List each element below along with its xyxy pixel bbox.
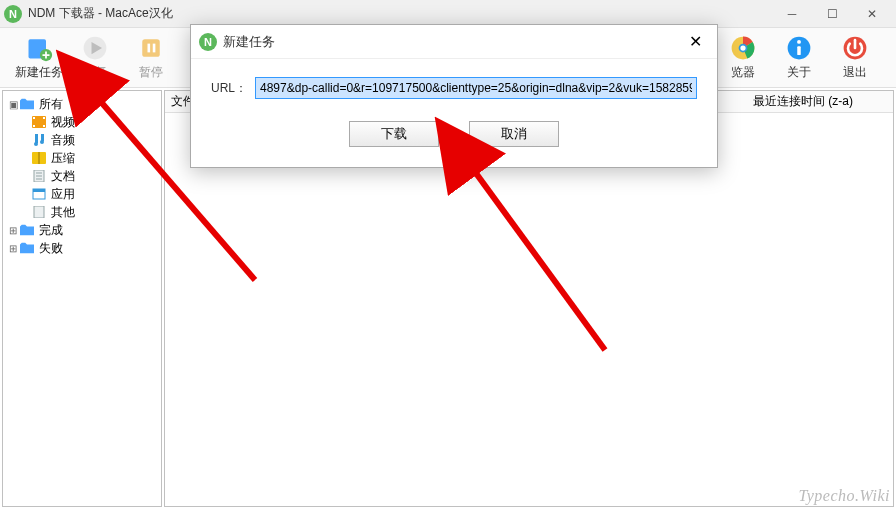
resume-button[interactable]: 恢复 [68,31,122,85]
resume-label: 恢复 [83,64,107,81]
svg-rect-24 [38,152,40,164]
svg-rect-31 [34,206,44,218]
svg-rect-16 [33,125,35,127]
dialog-title-text: 新建任务 [223,33,275,51]
tree-label: 失败 [39,240,63,257]
archive-icon [31,151,47,165]
browser-icon [729,34,757,62]
url-label: URL： [211,80,247,97]
svg-rect-21 [41,134,44,141]
tree-label: 音频 [51,132,75,149]
folder-icon [19,97,35,111]
power-icon [841,34,869,62]
tree-label: 应用 [51,186,75,203]
expander-icon[interactable]: ⊞ [9,225,19,236]
tree-item-app[interactable]: 应用 [27,185,159,203]
url-input[interactable] [255,77,697,99]
pause-button[interactable]: 暂停 [124,31,178,85]
window-title: NDM 下载器 - MacAce汉化 [28,5,173,22]
svg-rect-30 [33,189,45,192]
tree-label: 所有 [39,96,63,113]
browser-label: 览器 [731,64,755,81]
svg-rect-6 [153,44,156,53]
dialog-titlebar: N 新建任务 ✕ [191,25,717,59]
window-close-button[interactable]: ✕ [852,0,892,28]
svg-rect-11 [797,46,801,55]
tree-label: 压缩 [51,150,75,167]
tree-item-done[interactable]: ⊞ 完成 [5,221,159,239]
pause-label: 暂停 [139,64,163,81]
tree-item-other[interactable]: 其他 [27,203,159,221]
window-maximize-button[interactable]: ☐ [812,0,852,28]
app-logo-icon: N [199,33,217,51]
new-task-dialog: N 新建任务 ✕ URL： 下载 取消 [190,24,718,168]
dialog-close-button[interactable]: ✕ [681,28,709,56]
app-logo-icon: N [4,5,22,23]
col-time[interactable]: 最近连接时间 (z-a) [753,93,893,110]
play-icon [81,34,109,62]
svg-point-20 [34,142,38,146]
svg-rect-17 [43,117,45,119]
tree-label: 文档 [51,168,75,185]
video-icon [31,115,47,129]
exit-button[interactable]: 退出 [828,31,882,85]
svg-rect-19 [35,134,38,143]
tree-label: 其他 [51,204,75,221]
download-button[interactable]: 下载 [349,121,439,147]
folder-icon [19,223,35,237]
about-label: 关于 [787,64,811,81]
svg-point-22 [40,140,44,144]
category-tree[interactable]: ▣ 所有 视频 音频 压缩 文档 应用 其他 ⊞ 完成 ⊞ 失败 [2,90,162,507]
tree-item-all[interactable]: ▣ 所有 [5,95,159,113]
tree-label: 完成 [39,222,63,239]
new-task-icon [25,34,53,62]
expander-icon[interactable]: ▣ [9,99,19,110]
app-icon [31,187,47,201]
expander-icon[interactable]: ⊞ [9,243,19,254]
new-task-label: 新建任务 [15,64,63,81]
window-minimize-button[interactable]: ─ [772,0,812,28]
about-button[interactable]: 关于 [772,31,826,85]
exit-label: 退出 [843,64,867,81]
pause-icon [137,34,165,62]
svg-rect-15 [33,117,35,119]
info-icon [785,34,813,62]
tree-label: 视频 [51,114,75,131]
browser-button[interactable]: 览器 [716,31,770,85]
svg-point-9 [740,45,745,50]
tree-item-archive[interactable]: 压缩 [27,149,159,167]
document-icon [31,169,47,183]
folder-icon [19,241,35,255]
watermark: Typecho.Wiki [799,487,890,505]
svg-rect-5 [148,44,151,53]
tree-item-audio[interactable]: 音频 [27,131,159,149]
tree-item-fail[interactable]: ⊞ 失败 [5,239,159,257]
svg-rect-18 [43,125,45,127]
tree-item-video[interactable]: 视频 [27,113,159,131]
tree-item-document[interactable]: 文档 [27,167,159,185]
new-task-button[interactable]: 新建任务 [12,31,66,85]
audio-icon [31,133,47,147]
other-icon [31,205,47,219]
svg-point-12 [797,40,801,44]
cancel-button[interactable]: 取消 [469,121,559,147]
svg-rect-4 [142,39,160,57]
